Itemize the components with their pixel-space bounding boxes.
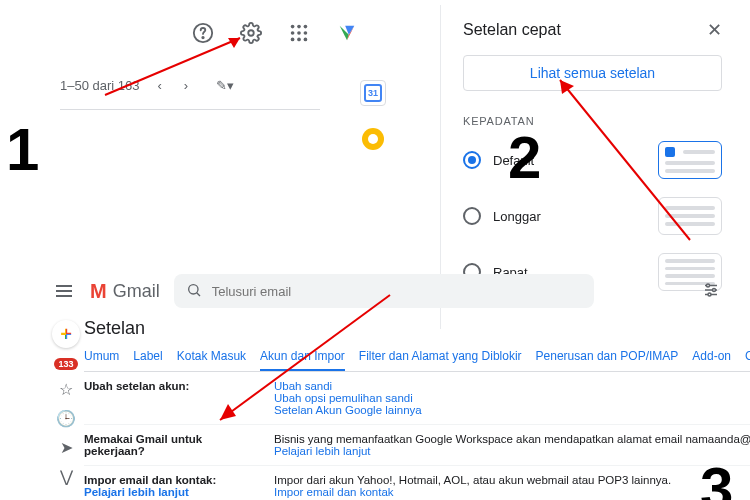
see-all-settings-button[interactable]: Lihat semua setelan bbox=[463, 55, 722, 91]
full-settings-panel: M Gmail + 133 ☆ 🕒 ➤ ⋁ 💬 ▣ Setelan Umum bbox=[52, 272, 740, 500]
inbox-count-badge: 133 bbox=[54, 358, 77, 370]
row-work-gmail: Memakai Gmail untuk pekerjaan? Bisnis ya… bbox=[84, 425, 750, 466]
svg-point-11 bbox=[304, 38, 308, 42]
top-icon-row bbox=[60, 20, 400, 46]
density-thumb-comfortable[interactable] bbox=[658, 197, 722, 235]
step-number-2: 2 bbox=[508, 123, 541, 192]
gmail-brand-text: Gmail bbox=[113, 281, 160, 302]
tab-addons[interactable]: Add-on bbox=[692, 345, 731, 371]
tab-inbox[interactable]: Kotak Masuk bbox=[177, 345, 246, 371]
svg-point-2 bbox=[248, 30, 254, 36]
row-text: Bisnis yang memanfaatkan Google Workspac… bbox=[274, 433, 750, 445]
density-section-label: KEPADATAN bbox=[463, 115, 722, 127]
density-option-default[interactable]: Default bbox=[463, 141, 722, 179]
calendar-icon[interactable]: 31 bbox=[360, 80, 386, 106]
close-icon[interactable]: ✕ bbox=[707, 19, 722, 41]
quick-settings-title: Setelan cepat bbox=[463, 21, 561, 39]
starred-icon[interactable]: ☆ bbox=[59, 380, 73, 399]
help-icon[interactable] bbox=[190, 20, 216, 46]
svg-point-3 bbox=[291, 25, 295, 29]
density-thumb-default[interactable] bbox=[658, 141, 722, 179]
row-label: Impor email dan kontak: bbox=[84, 474, 216, 486]
row-text: Impor dari akun Yahoo!, Hotmail, AOL, at… bbox=[274, 474, 671, 486]
settings-tabs: Umum Label Kotak Masuk Akun dan Impor Fi… bbox=[84, 345, 750, 372]
tab-chat[interactable]: Chat dan Meet bbox=[745, 345, 750, 371]
step-number-3: 3 bbox=[700, 454, 733, 500]
toolbar-panel: 1–50 dari 163 ‹ › ✎▾ bbox=[60, 20, 400, 110]
prev-page-button[interactable]: ‹ bbox=[154, 74, 166, 97]
svg-point-7 bbox=[297, 31, 301, 35]
more-icon[interactable]: ⋁ bbox=[60, 467, 73, 486]
tab-labels[interactable]: Label bbox=[133, 345, 162, 371]
search-bar[interactable] bbox=[174, 274, 594, 308]
tab-accounts-import[interactable]: Akun dan Impor bbox=[260, 345, 345, 371]
learn-more-link[interactable]: Pelajari lebih lanjut bbox=[274, 445, 371, 457]
learn-more-link[interactable]: Pelajari lebih lanjut bbox=[84, 486, 189, 498]
divider bbox=[60, 109, 320, 110]
gmail-logo[interactable]: M Gmail bbox=[90, 280, 160, 303]
search-icon bbox=[186, 282, 202, 301]
pagination-bar: 1–50 dari 163 ‹ › ✎▾ bbox=[60, 74, 400, 97]
svg-point-1 bbox=[202, 37, 203, 38]
density-option-comfortable[interactable]: Longgar bbox=[463, 197, 722, 235]
radio-selected-icon[interactable] bbox=[463, 151, 481, 169]
apps-grid-icon[interactable] bbox=[286, 20, 312, 46]
svg-point-9 bbox=[291, 38, 295, 42]
input-tools-button[interactable]: ✎▾ bbox=[212, 74, 238, 97]
pagination-text: 1–50 dari 163 bbox=[60, 78, 140, 93]
menu-icon[interactable] bbox=[52, 281, 76, 301]
tab-filters[interactable]: Filter dan Alamat yang Diblokir bbox=[359, 345, 522, 371]
svg-point-14 bbox=[713, 288, 716, 291]
tab-forwarding[interactable]: Penerusan dan POP/IMAP bbox=[536, 345, 679, 371]
radio-icon[interactable] bbox=[463, 207, 481, 225]
link-recovery-options[interactable]: Ubah opsi pemulihan sandi bbox=[274, 392, 413, 404]
svg-point-12 bbox=[188, 284, 197, 293]
workspace-logo-icon[interactable] bbox=[334, 20, 360, 46]
row-import-contacts: Impor email dan kontak:Pelajari lebih la… bbox=[84, 466, 750, 500]
keep-icon[interactable] bbox=[362, 128, 384, 150]
next-page-button[interactable]: › bbox=[180, 74, 192, 97]
tab-general[interactable]: Umum bbox=[84, 345, 119, 371]
link-other-google[interactable]: Setelan Akun Google lainnya bbox=[274, 404, 422, 416]
svg-point-6 bbox=[291, 31, 295, 35]
sent-icon[interactable]: ➤ bbox=[60, 438, 73, 457]
svg-point-8 bbox=[304, 31, 308, 35]
gear-icon[interactable] bbox=[238, 20, 264, 46]
link-change-password[interactable]: Ubah sandi bbox=[274, 380, 332, 392]
svg-point-15 bbox=[708, 293, 711, 296]
step-number-1: 1 bbox=[6, 115, 39, 184]
compose-button[interactable]: + bbox=[52, 320, 80, 348]
svg-point-10 bbox=[297, 38, 301, 42]
svg-point-5 bbox=[304, 25, 308, 29]
row-label: Memakai Gmail untuk pekerjaan? bbox=[84, 433, 254, 457]
svg-point-4 bbox=[297, 25, 301, 29]
settings-title: Setelan bbox=[84, 318, 750, 339]
svg-point-13 bbox=[707, 284, 710, 287]
row-label: Ubah setelan akun: bbox=[84, 380, 254, 416]
search-input[interactable] bbox=[212, 284, 582, 299]
search-options-icon[interactable] bbox=[702, 281, 720, 302]
nav-rail: + 133 ☆ 🕒 ➤ ⋁ 💬 ▣ bbox=[52, 316, 80, 500]
import-link[interactable]: Impor email dan kontak bbox=[274, 486, 394, 498]
row-change-account: Ubah setelan akun: Ubah sandi Ubah opsi … bbox=[84, 372, 750, 425]
density-label: Longgar bbox=[493, 209, 541, 224]
side-panel-icons: 31 bbox=[360, 80, 386, 150]
snoozed-icon[interactable]: 🕒 bbox=[56, 409, 76, 428]
